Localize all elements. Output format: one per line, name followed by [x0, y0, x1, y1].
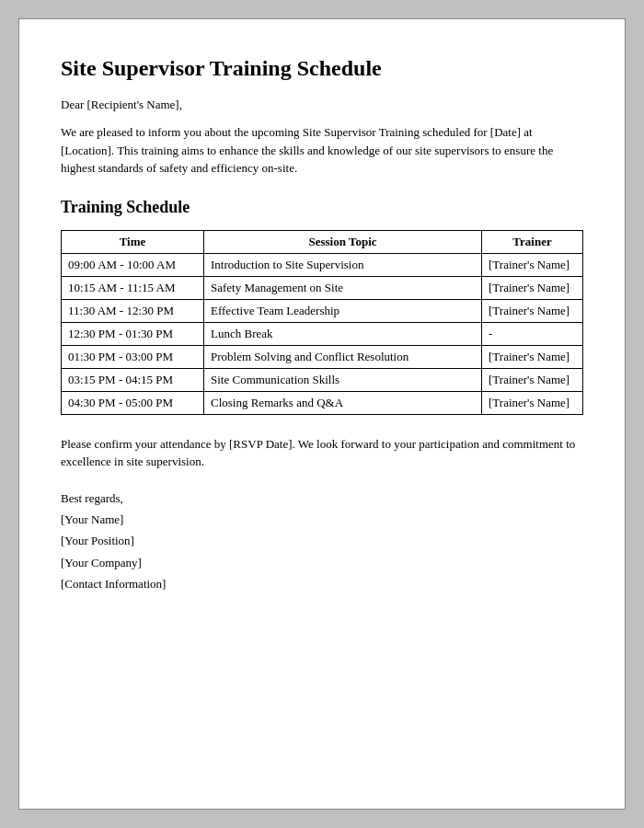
salutation: Dear [Recipient's Name], [61, 98, 583, 112]
cell-topic: Lunch Break [204, 322, 482, 345]
table-row: 11:30 AM - 12:30 PMEffective Team Leader… [62, 299, 583, 322]
cell-trainer: [Trainer's Name] [482, 368, 583, 391]
signature-company: [Your Company] [61, 552, 583, 573]
signature-name: [Your Name] [61, 509, 583, 530]
cell-time: 11:30 AM - 12:30 PM [62, 299, 204, 322]
cell-topic: Effective Team Leadership [204, 299, 482, 322]
document-page: Site Supervisor Training Schedule Dear [… [18, 18, 626, 810]
document-title: Site Supervisor Training Schedule [61, 56, 583, 81]
intro-paragraph: We are pleased to inform you about the u… [61, 123, 583, 178]
table-row: 09:00 AM - 10:00 AMIntroduction to Site … [62, 253, 583, 276]
cell-trainer: [Trainer's Name] [482, 345, 583, 368]
cell-topic: Introduction to Site Supervision [204, 253, 482, 276]
cell-topic: Safety Management on Site [204, 276, 482, 299]
cell-time: 04:30 PM - 05:00 PM [62, 391, 204, 414]
cell-time: 03:15 PM - 04:15 PM [62, 368, 204, 391]
cell-time: 09:00 AM - 10:00 AM [62, 253, 204, 276]
signature-contact: [Contact Information] [61, 573, 583, 594]
signature-position: [Your Position] [61, 530, 583, 551]
signature-regards: Best regards, [61, 488, 583, 509]
cell-trainer: [Trainer's Name] [482, 299, 583, 322]
cell-trainer: [Trainer's Name] [482, 276, 583, 299]
cell-time: 10:15 AM - 11:15 AM [62, 276, 204, 299]
cell-trainer: [Trainer's Name] [482, 253, 583, 276]
signature-block: Best regards, [Your Name] [Your Position… [61, 488, 583, 595]
column-header-trainer: Trainer [482, 230, 583, 253]
closing-paragraph: Please confirm your attendance by [RSVP … [61, 435, 583, 471]
schedule-table: Time Session Topic Trainer 09:00 AM - 10… [61, 230, 583, 415]
section-title: Training Schedule [61, 198, 583, 217]
table-row: 03:15 PM - 04:15 PMSite Communication Sk… [62, 368, 583, 391]
table-row: 12:30 PM - 01:30 PMLunch Break- [62, 322, 583, 345]
column-header-time: Time [62, 230, 204, 253]
table-row: 04:30 PM - 05:00 PMClosing Remarks and Q… [62, 391, 583, 414]
cell-trainer: - [482, 322, 583, 345]
cell-topic: Site Communication Skills [204, 368, 482, 391]
column-header-topic: Session Topic [204, 230, 482, 253]
table-row: 01:30 PM - 03:00 PMProblem Solving and C… [62, 345, 583, 368]
table-row: 10:15 AM - 11:15 AMSafety Management on … [62, 276, 583, 299]
cell-topic: Problem Solving and Conflict Resolution [204, 345, 482, 368]
cell-time: 01:30 PM - 03:00 PM [62, 345, 204, 368]
table-header-row: Time Session Topic Trainer [62, 230, 583, 253]
cell-time: 12:30 PM - 01:30 PM [62, 322, 204, 345]
cell-topic: Closing Remarks and Q&A [204, 391, 482, 414]
cell-trainer: [Trainer's Name] [482, 391, 583, 414]
